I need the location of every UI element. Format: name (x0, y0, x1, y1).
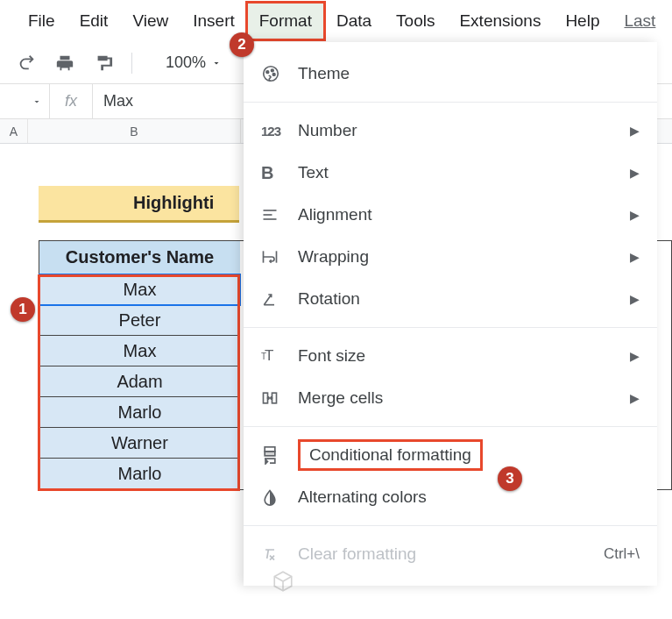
chevron-right-icon: ▶ (630, 166, 640, 180)
fx-label: fx (49, 84, 93, 118)
dropdown-rotation[interactable]: Rotation ▶ (244, 278, 657, 320)
menu-view[interactable]: View (120, 3, 180, 39)
table-row[interactable]: Marlo (39, 397, 240, 428)
svg-rect-13 (265, 452, 275, 456)
alternating-colors-icon (261, 488, 298, 506)
menu-edit[interactable]: Edit (67, 3, 121, 39)
dropdown-separator (244, 102, 657, 103)
dropdown-alternating-colors[interactable]: Alternating colors (244, 476, 657, 518)
chevron-right-icon: ▶ (630, 391, 640, 405)
dropdown-fontsize[interactable]: TT Font size ▶ (244, 335, 657, 377)
dropdown-theme[interactable]: Theme (244, 53, 657, 95)
callout-badge-2: 2 (230, 32, 254, 57)
table-row[interactable]: Marlo (39, 459, 240, 489)
menu-file[interactable]: File (16, 3, 67, 39)
wrapping-icon (261, 248, 298, 266)
shortcut-label: Ctrl+\ (604, 545, 640, 563)
merge-icon (261, 389, 298, 407)
toolbar-divider (131, 53, 132, 74)
dropdown-label: Font size (298, 346, 630, 366)
dropdown-label: Rotation (298, 289, 630, 309)
dropdown-label: Theme (298, 64, 640, 83)
dropdown-separator (244, 525, 657, 526)
svg-point-1 (266, 71, 269, 74)
menu-last[interactable]: Last (612, 3, 668, 39)
title-band[interactable]: Highlighti (39, 186, 239, 223)
rotation-icon (261, 290, 298, 308)
chevron-down-icon (211, 58, 222, 68)
print-button[interactable] (49, 47, 81, 79)
chevron-down-icon (32, 96, 42, 107)
format-dropdown: Theme 123 Number ▶ B Text ▶ Alignment ▶ … (244, 42, 657, 586)
fontsize-icon: TT (261, 347, 298, 365)
svg-point-3 (272, 74, 275, 76)
chevron-right-icon: ▶ (630, 292, 640, 306)
column-header-b[interactable]: B (28, 119, 241, 143)
dropdown-label: Merge cells (298, 388, 630, 408)
menu-tools[interactable]: Tools (384, 3, 447, 39)
dropdown-wrapping[interactable]: Wrapping ▶ (244, 236, 657, 278)
formula-input[interactable]: Max (93, 92, 133, 110)
column-header-a[interactable]: A (0, 119, 28, 143)
table-row[interactable]: Max (39, 336, 240, 366)
menu-data[interactable]: Data (324, 3, 384, 39)
menu-help[interactable]: Help (553, 3, 612, 39)
dropdown-clear-formatting[interactable]: Clear formatting Ctrl+\ (244, 533, 657, 575)
chevron-right-icon: ▶ (630, 208, 640, 222)
table-header[interactable]: Customer's Name (39, 241, 240, 274)
dropdown-separator (244, 426, 657, 427)
chevron-right-icon: ▶ (630, 124, 640, 138)
dropdown-label: Number (298, 121, 630, 140)
dropdown-label: Conditional formatting (309, 445, 471, 464)
table-row[interactable]: Max (39, 274, 240, 305)
menu-bar: File Edit View Insert Format Data Tools … (0, 0, 672, 42)
dropdown-alignment[interactable]: Alignment ▶ (244, 194, 657, 236)
paint-format-button[interactable] (88, 47, 119, 79)
dropdown-label: Clear formatting (298, 544, 604, 564)
clear-formatting-icon (261, 545, 298, 563)
dropdown-number[interactable]: 123 Number ▶ (244, 110, 657, 152)
dropdown-merge[interactable]: Merge cells ▶ (244, 377, 657, 419)
zoom-value: 100% (166, 53, 206, 72)
menu-format[interactable]: Format (247, 3, 324, 39)
chevron-right-icon: ▶ (630, 349, 640, 363)
table-row[interactable]: Peter (39, 305, 240, 336)
conditional-formatting-icon (261, 445, 298, 465)
dropdown-label: Text (298, 163, 630, 182)
name-box[interactable] (0, 96, 49, 107)
table-row[interactable]: Adam (39, 366, 240, 397)
theme-icon (261, 64, 298, 83)
dropdown-text[interactable]: B Text ▶ (244, 152, 657, 194)
menu-extensions[interactable]: Extensions (447, 3, 553, 39)
svg-point-2 (271, 69, 273, 72)
dropdown-label: Alternating colors (298, 487, 640, 507)
alignment-icon (261, 206, 298, 224)
zoom-dropdown[interactable]: 100% (166, 53, 222, 72)
number-icon: 123 (261, 124, 298, 139)
table-row[interactable]: Warner (39, 428, 240, 459)
callout-badge-1: 1 (11, 297, 35, 322)
dropdown-label: Alignment (298, 205, 630, 224)
bold-icon: B (261, 163, 298, 183)
dropdown-conditional-formatting[interactable]: Conditional formatting (244, 434, 657, 476)
dropdown-label: Wrapping (298, 247, 630, 267)
dropdown-separator (244, 327, 657, 328)
svg-point-0 (264, 67, 279, 82)
redo-button[interactable] (11, 47, 42, 79)
callout-badge-3: 3 (498, 466, 522, 491)
chevron-right-icon: ▶ (630, 250, 640, 264)
